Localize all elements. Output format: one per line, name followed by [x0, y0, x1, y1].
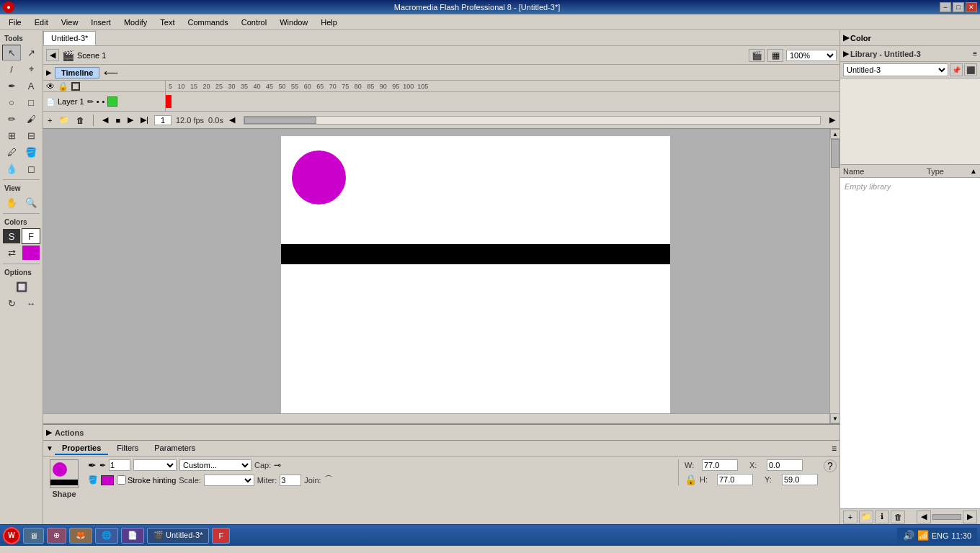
lib-pin-btn[interactable]: 📌	[950, 63, 963, 76]
taskbar-app-4[interactable]: 🌐	[95, 528, 118, 544]
menu-view[interactable]: View	[55, 17, 84, 28]
zoom-tool[interactable]: 🔍	[22, 194, 40, 210]
tl-next-frame-btn[interactable]: ▶|	[139, 115, 150, 125]
scroll-v-down-btn[interactable]: ▼	[830, 413, 839, 423]
width-input[interactable]	[702, 459, 738, 471]
lib-scrollbar[interactable]	[932, 514, 961, 520]
scroll-v-thumb[interactable]	[831, 139, 839, 168]
lib-props-btn[interactable]: ℹ	[875, 511, 889, 523]
paint-bucket-tool[interactable]: 🪣	[22, 144, 40, 160]
menu-edit[interactable]: Edit	[29, 17, 54, 28]
hand-tool[interactable]: ✋	[2, 194, 21, 210]
subselection-tool[interactable]: ↗	[22, 45, 40, 60]
stroke-type-select[interactable]	[133, 459, 177, 471]
taskbar-app-2[interactable]: ⊕	[47, 528, 66, 544]
tl-scroll-right-btn[interactable]: ▶	[828, 115, 837, 125]
rect-tool[interactable]: □	[22, 94, 40, 110]
tl-scroll-left-btn[interactable]: ◀	[228, 115, 236, 125]
text-tool[interactable]: A	[22, 78, 40, 94]
taskbar-app-5[interactable]: 📄	[121, 528, 144, 544]
stage-scrollbar-vertical[interactable]: ▲ ▼	[829, 129, 839, 423]
pencil-tool[interactable]: ✏	[2, 111, 21, 127]
x-input[interactable]	[767, 459, 803, 471]
oval-tool[interactable]: ○	[2, 94, 21, 110]
menu-text[interactable]: Text	[154, 17, 180, 28]
stroke-style-select[interactable]: Custom...	[179, 459, 251, 471]
pen-tool[interactable]: ✒	[2, 78, 21, 94]
library-menu-btn[interactable]: ≡	[973, 50, 977, 58]
view-btn-1[interactable]: 🎬	[749, 49, 765, 62]
scroll-v-up-btn[interactable]: ▲	[830, 129, 839, 139]
timeline-collapse-btn[interactable]: ▶	[46, 68, 52, 76]
prop-collapse-btn[interactable]: ▼	[46, 444, 53, 452]
swap-colors-btn[interactable]: ⇄	[2, 245, 21, 261]
fill-pen-icon[interactable]: ✒	[99, 461, 106, 470]
menu-commands[interactable]: Commands	[182, 17, 233, 28]
taskbar-app-3[interactable]: 🦊	[69, 528, 92, 544]
tab-filters[interactable]: Filters	[110, 442, 146, 455]
lib-nav-right-btn[interactable]: ▶	[963, 511, 977, 523]
restore-button[interactable]: □	[953, 2, 964, 12]
help-icon[interactable]: ?	[824, 459, 837, 472]
lib-delete-btn[interactable]: 🗑	[891, 511, 905, 523]
tl-play-btn[interactable]: ▶	[126, 115, 135, 125]
tl-layer-folder-btn[interactable]: 📁	[58, 115, 71, 125]
taskbar-flash-app[interactable]: 🎬 Untitled-3*	[147, 528, 209, 544]
view-btn-2[interactable]: ▦	[767, 49, 783, 62]
menu-modify[interactable]: Modify	[118, 17, 153, 28]
lib-add-btn[interactable]: +	[843, 511, 858, 523]
doc-tab-active[interactable]: Untitled-3*	[43, 31, 96, 45]
start-button[interactable]: W	[3, 527, 20, 544]
option-btn-1[interactable]: 🔲	[12, 279, 31, 295]
menu-help[interactable]: Help	[315, 17, 343, 28]
height-input[interactable]	[717, 474, 753, 485]
fill-color-btn[interactable]: F	[22, 228, 40, 244]
brush-tool[interactable]: 🖌	[22, 111, 40, 127]
tab-properties[interactable]: Properties	[55, 442, 108, 455]
lock-dimensions-icon[interactable]: 🔒	[685, 474, 697, 485]
color-expand-icon[interactable]: ▶	[843, 33, 849, 42]
stroke-color-btn[interactable]: S	[2, 228, 21, 244]
line-tool[interactable]: /	[2, 61, 21, 77]
stroke-pen-icon[interactable]: ✒	[88, 459, 97, 471]
menu-insert[interactable]: Insert	[85, 17, 117, 28]
timeline-tab-btn[interactable]: Timeline	[55, 67, 99, 78]
tl-scrollbar[interactable]	[244, 116, 821, 125]
scene-nav-back[interactable]: ◀	[46, 49, 59, 61]
tl-prev-frame-btn[interactable]: ◀	[101, 115, 110, 125]
menu-window[interactable]: Window	[274, 17, 313, 28]
minimize-button[interactable]: −	[940, 2, 951, 12]
option-rotate-btn[interactable]: ↻	[2, 295, 21, 311]
close-button[interactable]: ✕	[966, 2, 977, 12]
miter-input[interactable]	[280, 475, 301, 486]
library-expand-btn[interactable]: ▶	[843, 49, 849, 58]
menu-control[interactable]: Control	[236, 17, 272, 28]
zoom-select[interactable]: 100% 50% 200%	[786, 50, 837, 61]
eyedropper-tool[interactable]: 💧	[2, 161, 21, 176]
stroke-hinting-check[interactable]	[117, 475, 126, 485]
selection-tool[interactable]: ↖	[2, 45, 21, 60]
stroke-scale-select[interactable]	[204, 475, 254, 486]
lib-expand-btn2[interactable]: ⬛	[964, 63, 977, 76]
taskbar-app-7[interactable]: F	[212, 528, 230, 544]
ink-bottle-tool[interactable]: 🖊	[2, 144, 21, 160]
y-input[interactable]	[782, 474, 818, 485]
tl-stop-btn[interactable]: ■	[114, 116, 122, 125]
fill-active-btn[interactable]	[22, 245, 40, 261]
fill-icon[interactable]: 🪣	[88, 475, 98, 485]
fill-transform-tool[interactable]: ⊟	[22, 127, 40, 143]
lasso-tool[interactable]: ⌖	[22, 61, 40, 77]
taskbar-app-1[interactable]: 🖥	[23, 528, 44, 544]
lib-nav-left-btn[interactable]: ◀	[917, 511, 931, 523]
tl-icon-1[interactable]: ⟵	[102, 67, 120, 78]
stroke-width-input[interactable]	[109, 459, 130, 471]
tl-add-layer-btn[interactable]: +	[46, 116, 53, 125]
option-skew-btn[interactable]: ↔	[22, 295, 40, 311]
tl-frame-input[interactable]: 1	[154, 115, 172, 125]
prop-menu-btn[interactable]: ≡	[832, 444, 837, 454]
library-sort-icon[interactable]: ▲	[970, 167, 977, 175]
menu-file[interactable]: File	[3, 17, 27, 28]
tl-scrollbar-thumb[interactable]	[244, 117, 316, 124]
library-select[interactable]: Untitled-3	[843, 63, 948, 76]
eraser-tool[interactable]: ◻	[22, 161, 40, 176]
